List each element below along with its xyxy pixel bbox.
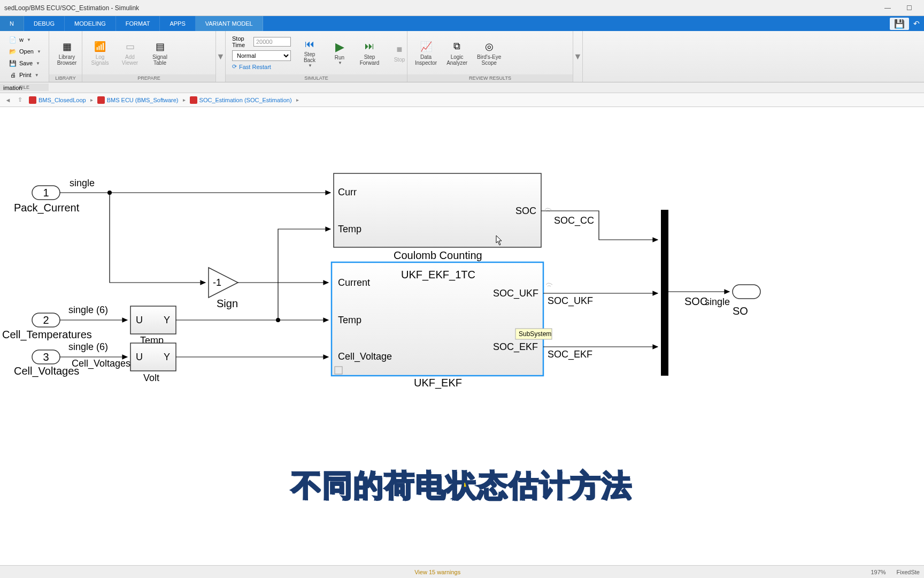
mux-block[interactable] (661, 210, 668, 376)
step-fwd-icon: ⏭ (363, 40, 376, 53)
svg-text:1: 1 (43, 187, 49, 199)
outport-soc[interactable] (733, 285, 760, 299)
tooltip: SubSystem (515, 329, 552, 339)
open-button[interactable]: 📂Open▼ (5, 46, 44, 57)
out-soc-label: SOC (684, 295, 707, 307)
svg-text:UKF_EKF_1TC: UKF_EKF_1TC (401, 269, 475, 281)
prepare-group-label: PREPARE (82, 74, 215, 82)
stoptime-input[interactable] (253, 37, 291, 47)
chevron-right-icon: ▸ (296, 97, 299, 103)
selector-temp-block[interactable]: U Y (130, 306, 176, 334)
selector-volt-label: Volt (143, 372, 159, 383)
tab-variant-model[interactable]: VARIANT MODEL (196, 16, 263, 31)
svg-text:SOC_UKF: SOC_UKF (493, 288, 538, 299)
tab-apps[interactable]: APPS (160, 16, 195, 31)
viewer-icon: ▭ (124, 40, 136, 53)
stoptime-label: Stop Time (232, 35, 250, 48)
inport-1[interactable]: 1 (32, 186, 60, 200)
ribbon: 📄w▼ 📂Open▼ 💾Save▼ 🖨Print▼ FILE ▦ Library… (0, 31, 924, 82)
review-group-label: REVIEW RESULTS (407, 74, 573, 82)
run-button[interactable]: ▶ Run ▼ (326, 39, 353, 67)
ribbon-expand[interactable]: ▼ (216, 31, 226, 82)
inport-3[interactable]: 3 (32, 350, 60, 364)
gain-label: Sign (217, 298, 238, 309)
svg-text:Y: Y (164, 315, 170, 325)
gain-block[interactable]: -1 (209, 268, 238, 298)
data-inspector-icon: 📈 (420, 40, 433, 53)
selector-volt-block[interactable]: U Y (130, 343, 176, 371)
fast-restart-icon: ⟳ (232, 63, 237, 70)
svg-text:Cell_Voltage: Cell_Voltage (338, 351, 392, 362)
tab-debug[interactable]: DEBUG (24, 16, 65, 31)
svg-text:U: U (136, 315, 143, 325)
signal-table-button[interactable]: ▤ Signal Table (147, 38, 173, 68)
save-icon[interactable]: 💾 (890, 18, 909, 30)
play-icon: ▶ (333, 41, 346, 54)
zoom-level[interactable]: 197% (871, 569, 886, 575)
model-icon (190, 96, 197, 104)
step-back-button[interactable]: ⏮ Step Back ▼ (296, 35, 323, 70)
tab-format[interactable]: FORMAT (116, 16, 160, 31)
inport-2[interactable]: 2 (32, 313, 60, 327)
subtitle-overlay: 不同的荷电状态估计方法 (291, 466, 633, 506)
breadcrumb-item-0[interactable]: BMS_ClosedLoop (27, 95, 88, 105)
breadcrumb-bar: ◄ ⇧ BMS_ClosedLoop ▸ BMS ECU (BMS_Softwa… (0, 93, 924, 107)
library-group-label: LIBRARY (49, 74, 82, 82)
bc-up-button[interactable]: ⇧ (15, 95, 25, 105)
inport-2-name: Cell_Temperatures (2, 329, 92, 341)
log-signals-button[interactable]: 📶 Log Signals (87, 38, 113, 68)
bc-back-button[interactable]: ◄ (3, 95, 13, 105)
library-browser-button[interactable]: ▦ Library Browser (53, 38, 80, 68)
breadcrumb-item-2[interactable]: SOC_Estimation (SOC_Estimation) (188, 95, 294, 105)
model-tab-label[interactable]: imation (3, 85, 22, 91)
svg-text:U: U (136, 352, 143, 362)
save-button[interactable]: 💾Save▼ (5, 58, 44, 69)
status-bar: View 15 warnings 197% FixedSte (0, 565, 924, 578)
titlebar: sedLoop/BMS ECU/SOC_Estimation - Simulin… (0, 0, 924, 16)
sim-mode-select[interactable]: Normal (232, 50, 291, 61)
fast-restart-button[interactable]: ⟳ Fast Restart (232, 63, 291, 70)
signal-soc-ukf-label: SOC_UKF (548, 295, 593, 307)
stream-icon (546, 283, 552, 286)
svg-text:SOC: SOC (515, 206, 536, 216)
svg-text:SubSystem: SubSystem (519, 330, 551, 338)
tab-hidden[interactable]: N (0, 16, 24, 31)
svg-text:2: 2 (43, 314, 49, 326)
maximize-button[interactable]: ☐ (898, 1, 920, 15)
tab-modeling[interactable]: MODELING (65, 16, 116, 31)
scope-icon: ◎ (483, 40, 496, 53)
simulate-group-label: SIMULATE (226, 74, 407, 82)
ukf-ekf-block[interactable]: UKF_EKF_1TC Current Temp Cell_Voltage SO… (332, 262, 543, 376)
ribbon-expand-2[interactable]: ▼ (573, 31, 583, 82)
model-icon (97, 96, 105, 104)
svg-text:Y: Y (164, 352, 170, 362)
new-button[interactable]: 📄w▼ (5, 34, 44, 45)
svg-text:Temp: Temp (338, 224, 361, 234)
svg-text:Curr: Curr (338, 187, 357, 197)
coulomb-counting-block[interactable]: Curr Temp SOC (334, 173, 541, 247)
chevron-right-icon: ▸ (183, 97, 186, 103)
window-title: sedLoop/BMS ECU/SOC_Estimation - Simulin… (4, 4, 139, 12)
breadcrumb-item-1[interactable]: BMS ECU (BMS_Software) (95, 95, 181, 105)
svg-rect-28 (733, 285, 760, 299)
model-icon (29, 96, 36, 104)
model-canvas[interactable]: 1 single Pack_Current 2 single (6) Cell_… (0, 107, 924, 565)
signal-soc-ekf-label: SOC_EKF (548, 349, 592, 360)
add-viewer-button[interactable]: ▭ Add Viewer (117, 38, 143, 68)
svg-text:-1: -1 (213, 277, 221, 288)
out-dt-label: single (705, 296, 730, 307)
step-forward-button[interactable]: ⏭ Step Forward (356, 38, 383, 68)
warnings-link[interactable]: View 15 warnings (4, 569, 871, 575)
print-button[interactable]: 🖨Print▼ (5, 70, 44, 80)
birds-eye-scope-button[interactable]: ◎ Bird's-Eye Scope (474, 38, 504, 68)
out-name-cut: SO (733, 305, 748, 317)
stop-icon: ■ (393, 43, 406, 56)
svg-text:3: 3 (43, 351, 49, 363)
log-icon: 📶 (94, 40, 106, 53)
data-inspector-button[interactable]: 📈 Data Inspector (412, 38, 440, 68)
logic-analyzer-button[interactable]: ⧉ Logic Analyzer (443, 38, 471, 68)
svg-text:Current: Current (338, 277, 370, 288)
svg-text:SOC_EKF: SOC_EKF (493, 341, 538, 353)
undo-icon[interactable]: ↶ (913, 19, 920, 28)
minimize-button[interactable]: — (877, 1, 898, 15)
